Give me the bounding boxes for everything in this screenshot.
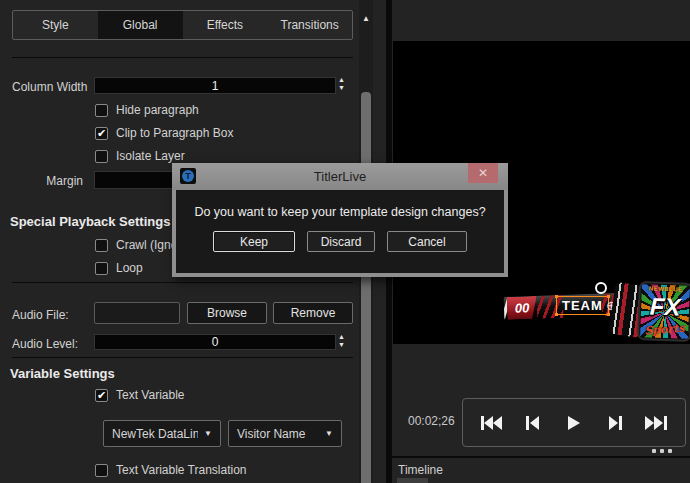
play-icon — [568, 416, 580, 430]
discard-button[interactable]: Discard — [307, 231, 375, 252]
team-label: TEAM — [562, 298, 603, 313]
tab-style[interactable]: Style — [13, 11, 98, 39]
logo-fx-text: FX — [640, 292, 690, 322]
lower-third-overlay[interactable]: 00 TEAM ⊕ NEWBLUE FX Sports — [500, 281, 690, 344]
column-width-spin-arrows: ▲ ▼ — [338, 76, 345, 91]
app-icon-letter: T — [182, 170, 194, 182]
crawl-row: Crawl (Ignor — [95, 238, 181, 252]
datalink-dropdown[interactable]: NewTek DataLink:I ▼ — [103, 420, 221, 447]
variable-settings-heading: Variable Settings — [10, 366, 115, 381]
margin-label: Margin — [38, 174, 83, 188]
audio-file-label: Audio File: — [12, 308, 69, 322]
text-variable-row: ✔ Text Variable — [95, 388, 184, 402]
separator — [12, 57, 353, 58]
skip-to-end-button[interactable] — [639, 408, 673, 438]
loop-checkbox[interactable] — [95, 262, 108, 275]
previous-frame-button[interactable] — [516, 408, 550, 438]
selection-handle[interactable] — [607, 313, 610, 316]
crawl-checkbox[interactable] — [95, 239, 108, 252]
timeline-bar: Timeline — [392, 458, 690, 483]
skip-to-start-button[interactable] — [475, 408, 509, 438]
tab-global[interactable]: Global — [98, 11, 183, 39]
previous-frame-icon — [526, 416, 540, 430]
spin-down-icon[interactable]: ▼ — [338, 84, 345, 91]
tab-effects[interactable]: Effects — [183, 11, 268, 39]
play-button[interactable] — [557, 408, 591, 438]
column-width-spinner[interactable]: 1 — [94, 77, 336, 94]
separator — [12, 282, 353, 283]
dialog-titlebar[interactable]: T TitlerLive ✕ — [172, 163, 508, 190]
next-frame-button[interactable] — [598, 408, 632, 438]
isolate-layer-row: Isolate Layer — [95, 149, 185, 163]
tab-transitions[interactable]: Transitions — [267, 11, 352, 39]
datalink-dropdown-value: NewTek DataLink:I — [112, 427, 198, 441]
audio-level-spinner[interactable]: 0 — [94, 334, 336, 350]
isolate-layer-label: Isolate Layer — [116, 149, 185, 163]
separator — [12, 357, 353, 358]
loop-row: Loop — [95, 261, 143, 275]
selection-handle[interactable] — [555, 295, 558, 298]
dialog-buttons: Keep Discard Cancel — [176, 231, 504, 252]
hide-paragraph-checkbox[interactable] — [95, 104, 108, 117]
spin-down-icon[interactable]: ▼ — [338, 341, 345, 348]
dialog-message: Do you want to keep your template design… — [176, 205, 504, 219]
app-icon: T — [180, 168, 196, 184]
panel-resize-handle[interactable] — [652, 449, 672, 453]
settings-tab-bar: Style Global Effects Transitions — [12, 10, 353, 40]
keep-button[interactable]: Keep — [213, 231, 295, 252]
text-variable-label: Text Variable — [116, 388, 184, 402]
timecode-display: 00:02;26 — [408, 414, 455, 428]
timeline-label: Timeline — [398, 463, 443, 477]
next-frame-icon — [608, 416, 622, 430]
translation-label: Text Variable Translation — [116, 463, 247, 477]
playback-controls — [462, 398, 686, 447]
check-icon: ✔ — [97, 390, 106, 401]
translation-row: Text Variable Translation — [95, 463, 247, 477]
remove-button[interactable]: Remove — [273, 302, 353, 324]
browse-button[interactable]: Browse — [187, 302, 267, 324]
rotation-handle-icon[interactable] — [595, 282, 607, 294]
dialog-close-button[interactable]: ✕ — [468, 163, 498, 183]
cancel-button[interactable]: Cancel — [387, 231, 467, 252]
dialog-title: TitlerLive — [172, 169, 508, 184]
text-variable-checkbox[interactable]: ✔ — [95, 389, 108, 402]
scrollbar-up-icon[interactable]: ▲ — [359, 10, 373, 26]
isolate-layer-checkbox[interactable] — [95, 150, 108, 163]
app-window: Style Global Effects Transitions Column … — [0, 0, 690, 483]
audio-file-input[interactable] — [94, 302, 180, 324]
hide-paragraph-label: Hide paragraph — [116, 103, 199, 117]
timeline-scroll-stub[interactable] — [397, 478, 428, 483]
overlay-team-text[interactable]: TEAM — [556, 296, 609, 315]
visitor-name-dropdown-value: Visitor Name — [237, 427, 319, 441]
clip-paragraph-checkbox[interactable]: ✔ — [95, 127, 108, 140]
check-icon: ✔ — [97, 128, 106, 139]
clip-paragraph-row: ✔ Clip to Paragraph Box — [95, 126, 233, 140]
audio-level-spin-arrows: ▲ ▼ — [338, 333, 345, 348]
loop-label: Loop — [116, 261, 143, 275]
dialog-body: Do you want to keep your template design… — [176, 190, 504, 273]
skip-to-end-icon — [645, 416, 667, 430]
chevron-down-icon: ▼ — [325, 429, 333, 438]
selection-handle[interactable] — [555, 313, 558, 316]
chevron-down-icon: ▼ — [204, 429, 212, 438]
hide-paragraph-row: Hide paragraph — [95, 103, 199, 117]
spin-up-icon[interactable]: ▲ — [338, 333, 345, 340]
fx-sports-logo[interactable]: NEWBLUE FX Sports — [637, 281, 690, 342]
close-icon: ✕ — [478, 166, 488, 180]
spin-up-icon[interactable]: ▲ — [338, 76, 345, 83]
special-playback-heading: Special Playback Settings — [10, 214, 170, 229]
scrollbar-thumb[interactable] — [361, 92, 371, 483]
titlerlive-dialog: T TitlerLive ✕ Do you want to keep your … — [172, 163, 508, 277]
overlay-number[interactable]: 00 — [507, 296, 538, 320]
audio-level-label: Audio Level: — [12, 337, 78, 351]
clip-paragraph-label: Clip to Paragraph Box — [116, 126, 233, 140]
skip-to-start-icon — [481, 416, 503, 430]
translation-checkbox[interactable] — [95, 464, 108, 477]
visitor-name-dropdown[interactable]: Visitor Name ▼ — [228, 420, 342, 447]
column-width-label: Column Width — [12, 80, 87, 94]
